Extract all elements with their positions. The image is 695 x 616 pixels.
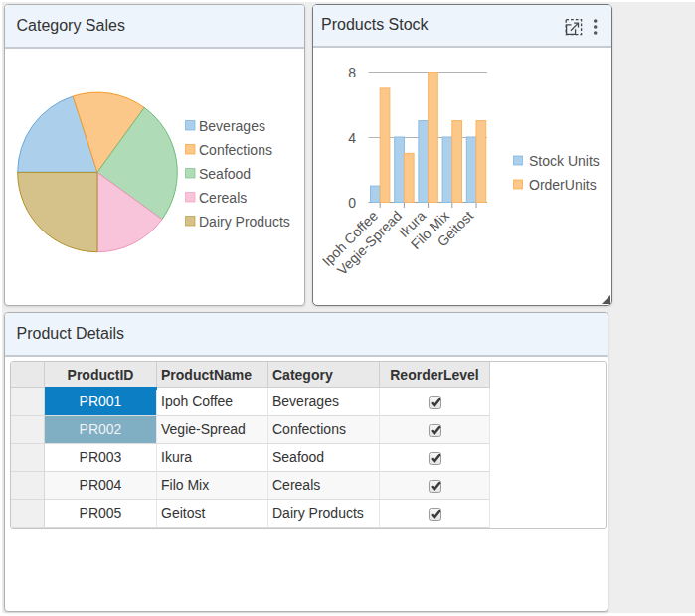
svg-text:Beverages: Beverages (199, 118, 265, 134)
svg-text:Confections: Confections (199, 142, 272, 158)
svg-text:Dairy Products: Dairy Products (199, 214, 290, 230)
svg-text:8: 8 (348, 65, 356, 80)
svg-text:Stock Units: Stock Units (529, 153, 600, 169)
svg-text:Seafood: Seafood (199, 166, 251, 182)
svg-text:0: 0 (348, 195, 356, 211)
svg-text:4: 4 (348, 130, 356, 146)
svg-text:Cereals: Cereals (199, 190, 247, 206)
svg-text:OrderUnits: OrderUnits (529, 177, 597, 193)
